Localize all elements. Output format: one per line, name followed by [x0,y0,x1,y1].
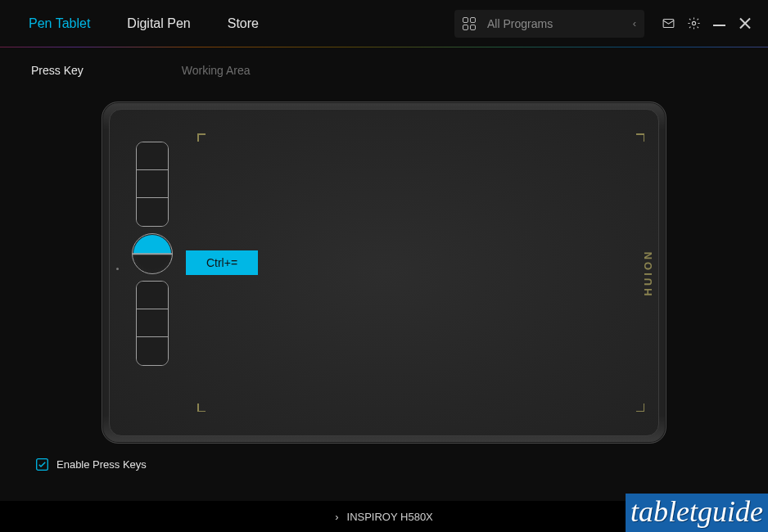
press-keys-column [132,142,173,366]
program-selector[interactable]: All Programs ‹ [454,10,644,38]
press-key-4[interactable] [137,282,168,309]
nav-tabs: Pen Tablet Digital Pen Store [29,16,259,31]
key-group-top [136,142,169,227]
press-key-6[interactable] [137,337,168,365]
program-selector-label: All Programs [487,17,633,30]
chevron-right-icon: › [335,511,338,523]
divider [0,47,768,47]
minimize-button[interactable] [712,16,726,31]
press-key-3[interactable] [137,198,168,226]
dial-wheel-top[interactable] [133,235,171,254]
crop-mark-br [633,400,644,412]
watermark: tabletguide [626,494,768,532]
mail-icon[interactable] [661,16,675,31]
subtabs: Press Key Working Area [0,47,768,77]
window-controls [661,16,752,31]
press-key-5[interactable] [137,309,168,337]
apps-grid-icon [463,17,476,30]
device-name: INSPIROY H580X [347,511,433,523]
tab-digital-pen[interactable]: Digital Pen [127,16,190,31]
svg-point-1 [692,21,695,25]
tablet-preview: Ctrl+= HUION [0,101,768,444]
enable-press-keys-label: Enable Press Keys [56,458,147,471]
key-shortcut-tooltip: Ctrl+= [186,250,258,275]
subtab-press-key[interactable]: Press Key [31,64,84,77]
checkbox-checked-icon [36,458,48,471]
crop-mark-bl [197,400,209,412]
subtab-working-area[interactable]: Working Area [182,64,251,77]
tablet-body: Ctrl+= HUION [102,101,666,444]
tab-pen-tablet[interactable]: Pen Tablet [29,16,90,31]
tab-store[interactable]: Store [228,16,259,31]
svg-rect-0 [663,20,674,28]
crop-mark-tl [197,133,209,145]
top-bar: Pen Tablet Digital Pen Store All Program… [0,0,768,47]
press-key-1[interactable] [137,142,168,170]
close-button[interactable] [737,16,752,31]
gear-icon[interactable] [686,16,701,31]
press-key-2[interactable] [137,170,168,198]
tablet-brand-label: HUION [642,250,654,296]
enable-press-keys-row[interactable]: Enable Press Keys [0,444,768,471]
crop-mark-tr [633,133,644,145]
key-group-bottom [136,281,169,366]
dial-wheel[interactable] [132,233,173,274]
chevron-left-icon: ‹ [633,17,636,29]
indicator-dot [116,268,119,270]
